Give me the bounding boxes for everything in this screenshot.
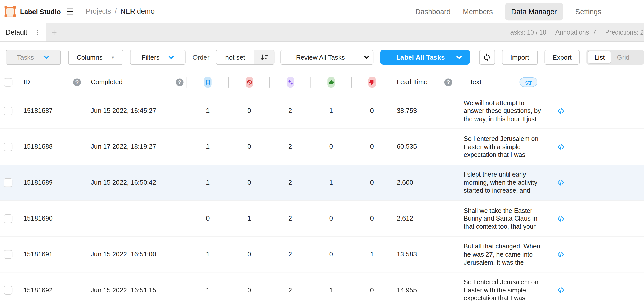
breadcrumb: Projects / NER demo bbox=[86, 7, 155, 16]
column-header-cancelled[interactable] bbox=[229, 71, 270, 93]
row-checkbox[interactable] bbox=[4, 214, 12, 223]
column-type-badge: str bbox=[520, 77, 537, 87]
nav-data-manager[interactable]: Data Manager bbox=[505, 3, 563, 20]
stat-tasks: Tasks: 10 / 10 bbox=[507, 29, 547, 36]
cell-predictions: 2 bbox=[270, 165, 311, 201]
export-button[interactable]: Export bbox=[544, 50, 580, 65]
refresh-button[interactable] bbox=[479, 50, 495, 65]
refresh-icon bbox=[483, 53, 492, 62]
cell-text: Shall we take the Easter Bunny and Santa… bbox=[464, 206, 544, 231]
cell-rejected: 1 bbox=[352, 237, 392, 272]
chevron-down-icon bbox=[364, 56, 369, 59]
import-button[interactable]: Import bbox=[502, 50, 537, 65]
code-icon[interactable] bbox=[557, 143, 564, 151]
label-studio-logo-icon bbox=[5, 7, 15, 16]
cell-annotations: 0 bbox=[187, 201, 229, 236]
tab-kebab-icon[interactable]: ⋮ bbox=[35, 29, 41, 35]
task-stats: Tasks: 10 / 10 Annotations: 7 Prediction… bbox=[507, 23, 644, 41]
nav-dashboard[interactable]: Dashboard bbox=[415, 3, 450, 20]
hamburger-menu-icon[interactable] bbox=[67, 8, 73, 15]
cell-predictions: 2 bbox=[270, 237, 311, 272]
code-icon[interactable] bbox=[557, 250, 564, 258]
table-body: 15181687 Jun 15 2022, 16:45:27 1 0 2 1 0… bbox=[0, 93, 644, 305]
table-header: ID ? Completed ? bbox=[0, 65, 644, 93]
chevron-down-icon bbox=[44, 56, 49, 59]
help-icon[interactable]: ? bbox=[73, 78, 81, 86]
cell-accepted: 1 bbox=[311, 93, 352, 129]
top-nav: Dashboard Members Data Manager Settings bbox=[415, 3, 601, 20]
cell-rejected: 0 bbox=[352, 201, 392, 236]
column-header-completed[interactable]: Completed ? bbox=[84, 71, 187, 93]
cell-lead-time: 2.600 bbox=[392, 165, 458, 201]
review-all-tasks-button[interactable]: Review All Tasks bbox=[281, 50, 373, 65]
app-title: Label Studio bbox=[20, 8, 61, 15]
label-all-tasks-button[interactable]: Label All Tasks bbox=[380, 50, 470, 65]
annotations-icon bbox=[204, 77, 212, 88]
help-icon[interactable]: ? bbox=[444, 78, 452, 86]
cell-cancelled: 0 bbox=[229, 93, 270, 129]
tab-default[interactable]: Default ⋮ bbox=[0, 23, 46, 41]
table-row[interactable]: 15181688 Jun 17 2022, 18:19:27 1 0 2 0 0… bbox=[0, 129, 644, 165]
review-dropdown-toggle[interactable] bbox=[360, 50, 373, 64]
code-icon[interactable] bbox=[557, 286, 564, 294]
table-row[interactable]: 15181687 Jun 15 2022, 16:45:27 1 0 2 1 0… bbox=[0, 93, 644, 129]
row-checkbox[interactable] bbox=[4, 286, 12, 295]
columns-dropdown[interactable]: Columns ▼ bbox=[68, 50, 123, 65]
toolbar: Tasks Columns ▼ Filters Order not set Re… bbox=[0, 50, 644, 65]
cell-accepted: 0 bbox=[311, 201, 352, 236]
column-header-id[interactable]: ID ? bbox=[18, 71, 84, 93]
chevron-down-icon bbox=[456, 56, 462, 59]
cell-rejected: 0 bbox=[352, 165, 392, 201]
label-dropdown-toggle[interactable] bbox=[449, 56, 470, 59]
chevron-down-icon bbox=[169, 56, 174, 59]
cell-id: 15181687 bbox=[18, 93, 84, 129]
cell-completed: Jun 15 2022, 16:51:15 bbox=[84, 273, 187, 305]
nav-members[interactable]: Members bbox=[463, 3, 493, 20]
sort-icon bbox=[260, 54, 268, 61]
row-checkbox[interactable] bbox=[4, 107, 12, 115]
cell-text: So I entered Jerusalem on Easter with th… bbox=[464, 278, 544, 302]
cell-id: 15181688 bbox=[18, 129, 84, 165]
column-header-lead-time[interactable]: Lead Time ? bbox=[392, 71, 458, 93]
row-checkbox[interactable] bbox=[4, 143, 12, 151]
filters-dropdown[interactable]: Filters bbox=[130, 50, 185, 65]
cell-accepted: 0 bbox=[311, 129, 352, 165]
column-header-accepted[interactable] bbox=[311, 71, 352, 93]
divider bbox=[79, 0, 79, 23]
cell-id: 15181691 bbox=[18, 237, 84, 272]
code-icon[interactable] bbox=[557, 107, 564, 115]
column-header-rejected[interactable] bbox=[352, 71, 392, 93]
cancelled-annotations-icon bbox=[246, 77, 253, 88]
table-row[interactable]: 15181691 Jun 15 2022, 16:51:00 1 0 2 0 1… bbox=[0, 236, 644, 272]
column-header-text[interactable]: text str bbox=[458, 71, 550, 93]
cell-completed: Jun 15 2022, 16:51:00 bbox=[84, 237, 187, 272]
code-icon[interactable] bbox=[557, 179, 564, 187]
view-list-button[interactable]: List bbox=[588, 51, 611, 64]
select-all-checkbox[interactable] bbox=[4, 78, 12, 86]
sort-direction-button[interactable] bbox=[254, 50, 274, 64]
cell-cancelled: 0 bbox=[229, 273, 270, 305]
tasks-dropdown[interactable]: Tasks bbox=[6, 50, 60, 65]
help-icon[interactable]: ? bbox=[176, 78, 183, 86]
nav-settings[interactable]: Settings bbox=[575, 3, 602, 20]
cell-accepted: 1 bbox=[311, 273, 352, 305]
row-checkbox[interactable] bbox=[4, 178, 12, 187]
column-header-annotations[interactable] bbox=[187, 71, 229, 93]
table-row[interactable]: 15181690 0 1 2 0 0 2.612 Shall we take t… bbox=[0, 200, 644, 236]
cell-predictions: 2 bbox=[270, 201, 311, 236]
table-row[interactable]: 15181689 Jun 15 2022, 16:50:42 1 0 2 1 0… bbox=[0, 165, 644, 200]
top-bar: Label Studio Projects / NER demo Dashboa… bbox=[0, 0, 644, 23]
table-row[interactable]: 15181692 Jun 15 2022, 16:51:15 1 0 2 1 0… bbox=[0, 272, 644, 305]
order-dropdown[interactable]: not set bbox=[216, 50, 275, 65]
cell-text: We will not attempt to answer these ques… bbox=[464, 99, 544, 123]
cell-annotations: 1 bbox=[187, 273, 229, 305]
view-grid-button[interactable]: Grid bbox=[611, 53, 635, 61]
code-icon[interactable] bbox=[557, 215, 564, 222]
cell-predictions: 2 bbox=[270, 273, 311, 305]
row-checkbox[interactable] bbox=[4, 250, 12, 259]
column-header-predictions[interactable] bbox=[270, 71, 311, 93]
cell-predictions: 2 bbox=[270, 93, 311, 129]
stat-annotations: Annotations: 7 bbox=[555, 29, 596, 36]
add-tab-button[interactable]: + bbox=[46, 23, 62, 41]
breadcrumb-projects[interactable]: Projects bbox=[86, 7, 111, 16]
